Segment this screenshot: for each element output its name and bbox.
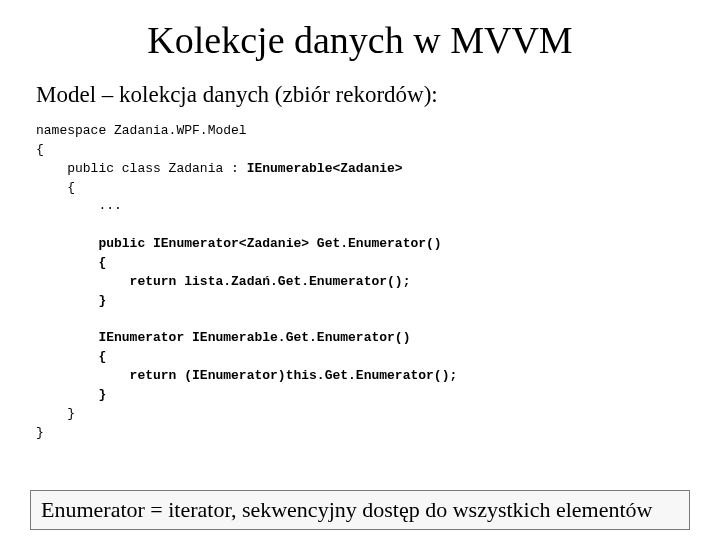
slide-title: Kolekcje danych w MVVM xyxy=(30,18,690,62)
code-bold: } xyxy=(36,293,106,308)
code-line: { xyxy=(36,142,44,157)
code-block: namespace Zadania.WPF.Model { public cla… xyxy=(36,122,690,442)
code-bold: { xyxy=(36,255,106,270)
code-bold: return (IEnumerator)this.Get.Enumerator(… xyxy=(36,368,457,383)
code-bold: { xyxy=(36,349,106,364)
code-bold: IEnumerator IEnumerable.Get.Enumerator() xyxy=(36,330,410,345)
code-line: public class Zadania : xyxy=(36,161,247,176)
code-line: ... xyxy=(36,198,122,213)
code-bold: } xyxy=(36,387,106,402)
slide-subtitle: Model – kolekcja danych (zbiór rekordów)… xyxy=(36,82,690,108)
code-bold: return lista.Zadań.Get.Enumerator(); xyxy=(36,274,410,289)
code-line: namespace Zadania.WPF.Model xyxy=(36,123,247,138)
code-bold: public IEnumerator<Zadanie> Get.Enumerat… xyxy=(36,236,442,251)
code-bold: IEnumerable<Zadanie> xyxy=(247,161,403,176)
slide: Kolekcje danych w MVVM Model – kolekcja … xyxy=(0,0,720,540)
code-line: { xyxy=(36,180,75,195)
code-line: } xyxy=(36,406,75,421)
footer-note: Enumerator = iterator, sekwencyjny dostę… xyxy=(30,490,690,530)
code-line: } xyxy=(36,425,44,440)
